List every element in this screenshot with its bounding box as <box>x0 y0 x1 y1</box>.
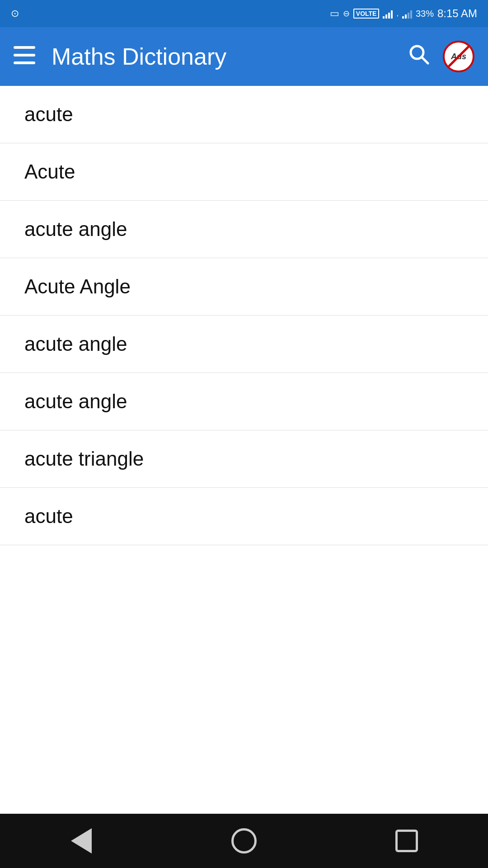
svg-rect-0 <box>14 46 35 49</box>
app-title: Maths Dictionary <box>52 43 408 70</box>
list-item[interactable]: acute angle <box>0 201 488 258</box>
app-bar: Maths Dictionary Ads <box>0 27 488 86</box>
status-bar: ⊙ ▭ ⊖ VOLTE , 33% 8:15 AM <box>0 0 488 27</box>
svg-rect-2 <box>14 61 35 64</box>
list-item[interactable]: acute <box>0 488 488 545</box>
dictionary-list: acuteAcuteacute angleAcute Angleacute an… <box>0 86 488 814</box>
wifi-icon: ⊙ <box>11 8 19 19</box>
status-time: 8:15 AM <box>437 7 477 20</box>
battery-percent: 33% <box>416 9 434 19</box>
ads-slash <box>445 43 472 70</box>
signal-bar-2 <box>402 9 412 19</box>
svg-rect-1 <box>14 54 35 57</box>
home-icon <box>231 828 257 854</box>
dict-term: acute triangle <box>24 448 144 470</box>
nav-bar <box>0 814 488 868</box>
status-bar-right: ▭ ⊖ VOLTE , 33% 8:15 AM <box>330 7 477 20</box>
phone-icon: ▭ <box>330 8 339 19</box>
home-button[interactable] <box>217 823 271 859</box>
recents-icon <box>395 830 418 852</box>
list-item[interactable]: Acute Angle <box>0 258 488 316</box>
signal-bar-1 <box>383 9 393 19</box>
dict-term: Acute Angle <box>24 275 131 297</box>
dict-term: acute angle <box>24 218 127 240</box>
status-bar-left: ⊙ <box>11 8 19 19</box>
dict-term: acute angle <box>24 333 127 355</box>
ads-block-icon[interactable]: Ads <box>443 41 474 72</box>
back-icon <box>71 828 92 854</box>
back-button[interactable] <box>54 823 108 859</box>
search-icon[interactable] <box>408 44 429 70</box>
dict-term: acute angle <box>24 390 127 412</box>
dict-term: acute <box>24 103 73 125</box>
volte-badge: VOLTE <box>353 9 380 19</box>
list-item[interactable]: acute triangle <box>0 430 488 488</box>
list-item[interactable]: Acute <box>0 143 488 201</box>
svg-line-4 <box>422 57 428 63</box>
dict-term: acute <box>24 505 73 527</box>
recents-button[interactable] <box>380 823 434 859</box>
signal-divider: , <box>396 9 398 18</box>
list-item[interactable]: acute <box>0 86 488 143</box>
dict-term: Acute <box>24 160 75 183</box>
hamburger-menu-button[interactable] <box>14 46 35 67</box>
list-item[interactable]: acute angle <box>0 373 488 430</box>
minus-icon: ⊖ <box>343 9 350 19</box>
list-item[interactable]: acute angle <box>0 316 488 373</box>
